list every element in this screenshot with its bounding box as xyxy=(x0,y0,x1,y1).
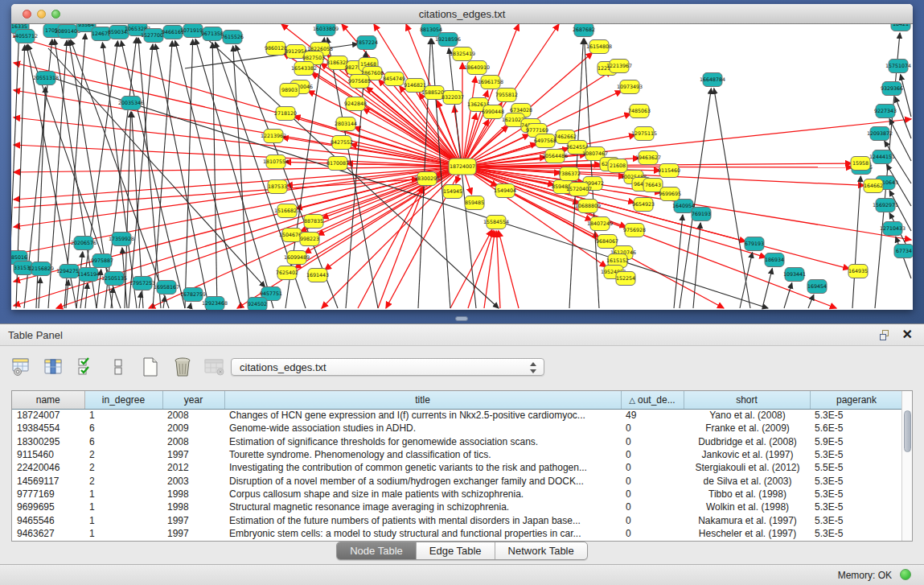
create-table-icon[interactable] xyxy=(138,355,162,379)
graph-node[interactable]: 8322037 xyxy=(441,91,464,105)
graph-node[interactable]: 76643 xyxy=(643,179,663,192)
graph-node[interactable]: 6990448 xyxy=(482,105,504,119)
float-panel-icon[interactable] xyxy=(880,330,890,340)
table-row[interactable]: 946362711997Embryonic stem cells: a mode… xyxy=(12,527,903,540)
graph-node[interactable]: 12213962 xyxy=(261,130,286,143)
graph-node[interactable]: 2687682 xyxy=(573,24,595,37)
graph-node[interactable]: 17957253 xyxy=(129,277,155,290)
table-row[interactable]: 1830029562008Estimation of significance … xyxy=(12,435,903,448)
panel-splitter-handle[interactable] xyxy=(455,316,468,321)
graph-node[interactable]: 98903 xyxy=(280,84,299,97)
graph-node[interactable]: 186934 xyxy=(765,253,784,267)
graph-node[interactable]: 164935 xyxy=(848,265,868,278)
graph-node[interactable]: 15692971 xyxy=(873,199,898,212)
graph-node[interactable]: 6497568 xyxy=(534,134,556,148)
graph-node[interactable]: 18300295 xyxy=(414,172,440,186)
graph-node[interactable]: 164662 xyxy=(864,179,883,193)
graph-node[interactable]: 12156829 xyxy=(28,262,54,276)
graph-node[interactable]: 9242848 xyxy=(344,97,367,111)
graph-node[interactable]: 9671358 xyxy=(201,27,224,41)
table-vertical-scrollbar[interactable] xyxy=(901,391,912,542)
graph-node[interactable]: 17359928 xyxy=(109,233,134,246)
graph-node[interactable]: 19463627 xyxy=(635,151,661,165)
table-settings-icon[interactable] xyxy=(10,355,34,379)
delete-rows-icon[interactable] xyxy=(170,355,195,379)
row-height-icon[interactable] xyxy=(106,355,130,379)
graph-node[interactable]: 21608 xyxy=(608,159,627,173)
tab-edge-table[interactable]: Edge Table xyxy=(417,542,495,559)
column-header-title[interactable]: title xyxy=(224,391,621,409)
graph-node[interactable]: 9654923 xyxy=(632,198,655,212)
graph-node[interactable]: 18640910 xyxy=(464,61,490,75)
graph-node[interactable]: 9975887 xyxy=(91,254,113,268)
graph-node[interactable]: 2803144 xyxy=(335,117,357,131)
graph-node[interactable]: 9975685 xyxy=(348,75,371,89)
graph-node[interactable]: 20551318 xyxy=(33,72,59,85)
graph-node[interactable]: 10688809 xyxy=(575,200,601,213)
graph-node[interactable]: 15584554 xyxy=(483,216,509,229)
graph-node[interactable]: 7615526 xyxy=(221,31,244,44)
graph-node[interactable]: 154945 xyxy=(443,185,462,199)
graph-node[interactable]: 8454749 xyxy=(383,72,405,86)
graph-node[interactable]: 14055712 xyxy=(12,30,38,43)
graph-node[interactable]: 12923468 xyxy=(202,297,228,311)
table-row[interactable]: 2242004622012Investigating the contribut… xyxy=(12,461,903,474)
graph-node[interactable]: 9115460 xyxy=(658,164,680,178)
graph-node[interactable]: 7386372 xyxy=(558,167,581,181)
select-columns-icon[interactable] xyxy=(42,355,66,379)
graph-node[interactable]: 859485 xyxy=(465,196,484,210)
graph-node[interactable]: 12444151 xyxy=(869,150,895,164)
graph-node[interactable]: 1093441 xyxy=(783,268,806,282)
column-header-in-degree[interactable]: in_degree xyxy=(84,391,162,409)
graph-node[interactable]: 15166827 xyxy=(274,204,300,218)
network-window[interactable]: citations_edges.txt 16335140557121705920… xyxy=(11,4,913,310)
graph-node[interactable]: 8427552 xyxy=(331,136,353,150)
graph-node[interactable]: 769193 xyxy=(692,208,711,221)
graph-node[interactable]: 9699695 xyxy=(659,187,681,201)
graph-node[interactable]: 12213967 xyxy=(606,60,632,73)
graph-node[interactable]: 1691443 xyxy=(306,269,329,282)
column-header-pagerank[interactable]: pagerank xyxy=(810,391,903,409)
graph-node[interactable]: 16033809 xyxy=(313,24,339,36)
graph-node[interactable]: 1549404 xyxy=(494,184,516,198)
graph-node[interactable]: 998223 xyxy=(300,233,319,246)
graph-node[interactable]: 12505135 xyxy=(101,272,127,286)
scrollbar-thumb[interactable] xyxy=(904,410,911,452)
graph-node[interactable]: 187533 xyxy=(268,180,287,194)
graph-node[interactable]: 15720407 xyxy=(566,183,592,196)
graph-node[interactable]: 9756928 xyxy=(623,224,646,237)
close-panel-icon[interactable]: ✕ xyxy=(902,328,913,342)
graph-node[interactable]: 924502 xyxy=(248,298,267,311)
table-row[interactable]: 1456911722003Disruption of a novel membe… xyxy=(12,474,903,487)
table-source-select[interactable]: citations_edges.txt xyxy=(231,358,544,376)
graph-node[interactable]: 16782759 xyxy=(180,288,206,302)
table-row[interactable]: 911546021997Tourette syndrome. Phenomeno… xyxy=(12,448,903,461)
table-row[interactable]: 969969511998Structural magnetic resonanc… xyxy=(12,501,903,513)
graph-node[interactable]: 18325419 xyxy=(450,47,475,61)
graph-node[interactable]: 16154808 xyxy=(586,40,612,54)
memory-status-icon[interactable] xyxy=(900,569,911,580)
graph-node[interactable]: 15751074 xyxy=(885,60,911,73)
graph-node[interactable]: 7955812 xyxy=(495,89,518,102)
graph-node[interactable]: 1145194 xyxy=(77,268,100,282)
graph-node[interactable]: 12710433 xyxy=(880,222,906,236)
select-rows-icon[interactable] xyxy=(74,355,98,379)
graph-node[interactable]: 679193 xyxy=(745,237,764,251)
tab-network-table[interactable]: Network Table xyxy=(495,542,587,559)
graph-node[interactable]: 7625402 xyxy=(276,266,298,280)
graph-node[interactable]: 18421 xyxy=(891,24,910,31)
graph-node[interactable]: 18724007 xyxy=(449,159,476,175)
graph-node[interactable]: 15958 xyxy=(851,157,870,171)
graph-node[interactable]: 7485063 xyxy=(628,105,651,118)
graph-node[interactable]: 9860128 xyxy=(265,42,287,56)
table-row[interactable]: 977716911998Corpus callosum shape and si… xyxy=(12,488,903,501)
graph-node[interactable]: 9227343 xyxy=(874,105,897,118)
graph-node[interactable]: 8170087 xyxy=(326,157,349,171)
table-row[interactable]: 1938455462009Genome-wide association stu… xyxy=(12,422,903,435)
graph-node[interactable]: 16648784 xyxy=(700,73,725,87)
graph-node[interactable]: 20564486 xyxy=(542,150,568,163)
column-header-short[interactable]: short xyxy=(684,391,810,409)
graph-node[interactable]: 10973493 xyxy=(617,80,643,94)
citation-network-graph[interactable]: 1633514055712170592089140693564124672859… xyxy=(11,24,913,310)
tab-node-table[interactable]: Node Table xyxy=(337,542,417,559)
